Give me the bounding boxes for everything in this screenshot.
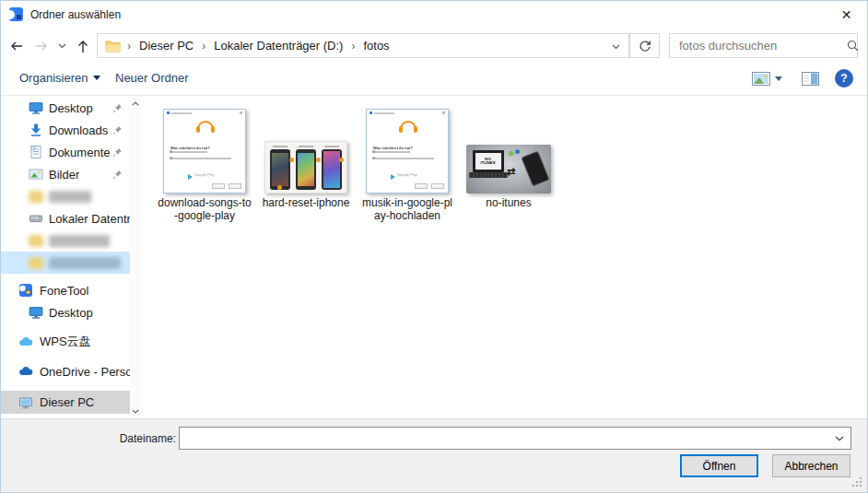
breadcrumb-this-pc[interactable]: Dieser PC (137, 39, 195, 53)
folder-icon (105, 40, 121, 53)
pictures-icon (29, 167, 43, 182)
navigation-sidebar: Desktop Downloads Dokumente (1, 96, 141, 418)
smartphone-icon (521, 150, 549, 186)
filename-dropdown-button[interactable] (835, 436, 850, 441)
google-play-dialog-thumbnail: Was möchtest du tun? Google Play (163, 109, 246, 194)
breadcrumb-separator: › (195, 40, 212, 53)
sidebar-item-this-pc[interactable]: Dieser PC (1, 391, 130, 414)
chevron-down-icon (612, 44, 620, 50)
search-input[interactable] (670, 39, 847, 53)
file-list: Was möchtest du tun? Google Play downloa… (141, 96, 867, 418)
fonetool-icon (18, 283, 33, 298)
sidebar-item-local-disk[interactable]: Lokaler Datenträ (1, 207, 130, 229)
caret-down-icon (93, 76, 100, 80)
help-button[interactable]: ? (835, 62, 853, 95)
pin-icon (112, 147, 123, 158)
address-dropdown-button[interactable] (604, 39, 628, 53)
organize-label: Organisieren (19, 71, 88, 85)
search-icon (847, 40, 867, 52)
new-folder-button[interactable]: Neuer Ordner (115, 71, 188, 85)
dialog-footer: Dateiname: Öffnen Abbrechen (1, 418, 867, 492)
refresh-button[interactable] (629, 33, 660, 58)
thumbnails-view-icon (752, 72, 770, 86)
breadcrumb-local-disk-d[interactable]: Lokaler Datenträger (D:) (212, 39, 345, 53)
help-icon: ? (835, 69, 853, 88)
filename-label: Dateiname: (111, 432, 176, 445)
google-play-logo: Google Play (391, 172, 438, 181)
sidebar-item-label: WPS云盘 (40, 334, 91, 350)
organize-button[interactable]: Organisieren (19, 71, 100, 85)
navigation-bar: › Dieser PC › Lokaler Datenträger (D:) ›… (1, 29, 867, 62)
fonetool-logo-icon (9, 7, 23, 21)
address-bar[interactable]: › Dieser PC › Lokaler Datenträger (D:) ›… (97, 33, 629, 58)
file-name: musik-in-google-play-hochladen (359, 196, 455, 222)
search-box (669, 33, 858, 58)
filename-input[interactable] (180, 428, 835, 449)
breadcrumb-separator: › (121, 40, 137, 53)
breadcrumb-fotos[interactable]: fotos (361, 39, 391, 53)
preview-pane-button[interactable] (802, 62, 819, 95)
sidebar-item-wps-cloud[interactable]: WPS云盘 (1, 331, 130, 353)
scroll-down-icon[interactable] (131, 406, 140, 416)
google-play-dialog-thumbnail: Was möchtest du tun? Google Play (366, 109, 449, 194)
drive-icon (29, 211, 43, 226)
up-arrow-icon (76, 39, 90, 54)
sidebar-item-desktop[interactable]: Desktop (1, 97, 130, 119)
sidebar-item-redacted-selected[interactable] (1, 252, 130, 274)
file-name: hard-reset-iphone (258, 196, 354, 209)
file-tile-musik-hochladen[interactable]: Was möchtest du tun? Google Play musik-i… (356, 100, 459, 222)
sidebar-item-redacted[interactable] (1, 229, 130, 252)
window-title: Ordner auswählen (30, 8, 121, 21)
file-name: download-songs-to-google-play (157, 196, 252, 222)
caret-down-icon (775, 76, 782, 81)
recent-locations-button[interactable] (55, 40, 68, 53)
back-button[interactable] (6, 36, 27, 56)
file-tile-no-itunes[interactable]: NOITUNES ⇄ no-itunes (457, 100, 560, 209)
sidebar-scrollbar[interactable] (130, 96, 141, 418)
filename-combobox (179, 427, 851, 450)
onedrive-icon (18, 364, 33, 379)
pin-icon (112, 103, 123, 113)
sidebar-item-label: Dokumente (49, 146, 110, 159)
sidebar-item-label: Desktop (49, 101, 93, 115)
cancel-button[interactable]: Abbrechen (772, 454, 850, 477)
close-button[interactable]: ✕ (826, 1, 867, 29)
downloads-icon (29, 123, 43, 137)
up-button[interactable] (73, 36, 93, 56)
view-options-caret-button[interactable] (775, 62, 782, 95)
sidebar-item-label: FoneTool (40, 284, 88, 298)
sync-arrows-icon: ⇄ (507, 166, 515, 178)
sidebar-item-label: Dieser PC (40, 395, 94, 409)
laptop-icon: NOITUNES (473, 150, 504, 172)
sidebar-item-downloads[interactable]: Downloads (1, 119, 130, 141)
file-tile-hard-reset-iphone[interactable]: hard-reset-iphone (254, 100, 358, 209)
dialog-content: Desktop Downloads Dokumente (1, 96, 867, 418)
iphones-thumbnail (264, 141, 347, 194)
pin-icon (112, 170, 123, 180)
google-play-logo: Google Play (188, 172, 235, 181)
file-name: no-itunes (461, 196, 557, 209)
chevron-down-icon (835, 436, 844, 441)
breadcrumb-separator: › (345, 40, 361, 53)
chevron-down-icon (58, 43, 66, 49)
change-view-button[interactable] (752, 62, 770, 95)
resize-grip[interactable] (860, 477, 862, 479)
new-folder-label: Neuer Ordner (115, 71, 188, 85)
sidebar-item-label: Lokaler Datenträ (49, 212, 130, 226)
no-itunes-thumbnail: NOITUNES ⇄ (466, 145, 551, 194)
sidebar-item-desktop-2[interactable]: Desktop (1, 301, 130, 323)
file-tile-download-songs[interactable]: Was möchtest du tun? Google Play downloa… (153, 100, 256, 222)
headphones-icon (400, 121, 416, 130)
this-pc-icon (18, 395, 33, 410)
sidebar-item-redacted[interactable] (1, 185, 130, 207)
forward-button[interactable] (31, 36, 52, 56)
desktop-icon (29, 100, 43, 115)
sidebar-item-pictures[interactable]: Bilder (1, 163, 130, 185)
command-toolbar: Organisieren Neuer Ordner (1, 62, 867, 96)
scroll-up-icon[interactable] (131, 99, 140, 108)
sidebar-item-fonetool[interactable]: FoneTool (1, 279, 130, 301)
sidebar-item-onedrive[interactable]: OneDrive - Person (1, 360, 130, 382)
open-button[interactable]: Öffnen (680, 454, 758, 477)
documents-icon (29, 145, 43, 159)
sidebar-item-documents[interactable]: Dokumente (1, 141, 130, 163)
